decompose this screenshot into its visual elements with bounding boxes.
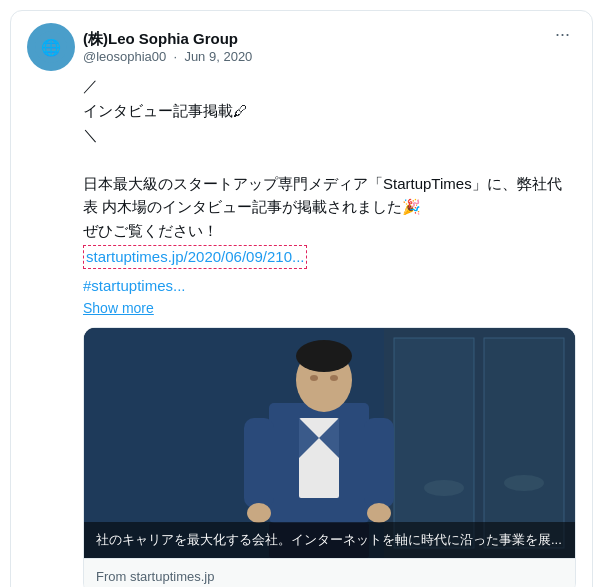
tweet-card: 🌐 (株)Leo Sophia Group @leosophia00 · Jun… bbox=[10, 10, 593, 587]
text-line-1: ／ bbox=[83, 75, 576, 98]
article-link[interactable]: startuptimes.jp/2020/06/09/210... bbox=[83, 245, 307, 270]
text-line-5: 日本最大級のスタートアップ専門メディア「StartupTimes」に、弊社代表 … bbox=[83, 173, 576, 218]
svg-rect-20 bbox=[364, 418, 394, 508]
hashtag[interactable]: #startuptimes... bbox=[83, 277, 186, 294]
svg-point-8 bbox=[424, 480, 464, 496]
media-image: 社のキャリアを最大化する会社。インターネットを軸に時代に沿った事業を展... bbox=[84, 328, 575, 558]
svg-rect-19 bbox=[244, 418, 274, 508]
svg-point-22 bbox=[367, 503, 391, 523]
media-caption: 社のキャリアを最大化する会社。インターネットを軸に時代に沿った事業を展... bbox=[84, 522, 575, 558]
svg-text:🌐: 🌐 bbox=[41, 38, 61, 57]
handle-date: @leosophia00 · Jun 9, 2020 bbox=[83, 49, 252, 64]
text-line-3: ＼ bbox=[83, 124, 576, 147]
tweet-header-left: 🌐 (株)Leo Sophia Group @leosophia00 · Jun… bbox=[27, 23, 252, 71]
media-source[interactable]: From startuptimes.jp bbox=[84, 558, 575, 588]
text-line-6: ぜひご覧ください！ bbox=[83, 220, 576, 243]
svg-point-17 bbox=[310, 375, 318, 381]
more-options-button[interactable]: ··· bbox=[549, 23, 576, 45]
svg-point-16 bbox=[296, 340, 352, 372]
date: Jun 9, 2020 bbox=[184, 49, 252, 64]
user-info: (株)Leo Sophia Group @leosophia00 · Jun 9… bbox=[83, 30, 252, 64]
show-more-link[interactable]: Show more bbox=[83, 298, 576, 319]
svg-point-18 bbox=[330, 375, 338, 381]
media-caption-text: 社のキャリアを最大化する会社。インターネットを軸に時代に沿った事業を展... bbox=[96, 532, 562, 547]
media-card[interactable]: 社のキャリアを最大化する会社。インターネットを軸に時代に沿った事業を展... F… bbox=[83, 327, 576, 588]
svg-point-9 bbox=[504, 475, 544, 491]
tweet-body: ／ インタビュー記事掲載🖊 ＼ 日本最大級のスタートアップ専門メディア「Star… bbox=[83, 75, 576, 587]
text-line-4 bbox=[83, 149, 576, 172]
tweet-text: ／ インタビュー記事掲載🖊 ＼ 日本最大級のスタートアップ専門メディア「Star… bbox=[83, 75, 576, 269]
svg-rect-7 bbox=[484, 338, 564, 548]
svg-rect-6 bbox=[394, 338, 474, 548]
avatar[interactable]: 🌐 bbox=[27, 23, 75, 71]
svg-point-21 bbox=[247, 503, 271, 523]
handle[interactable]: @leosophia00 bbox=[83, 49, 166, 64]
tweet-header: 🌐 (株)Leo Sophia Group @leosophia00 · Jun… bbox=[27, 23, 576, 71]
display-name[interactable]: (株)Leo Sophia Group bbox=[83, 30, 252, 49]
text-line-2: インタビュー記事掲載🖊 bbox=[83, 100, 576, 123]
